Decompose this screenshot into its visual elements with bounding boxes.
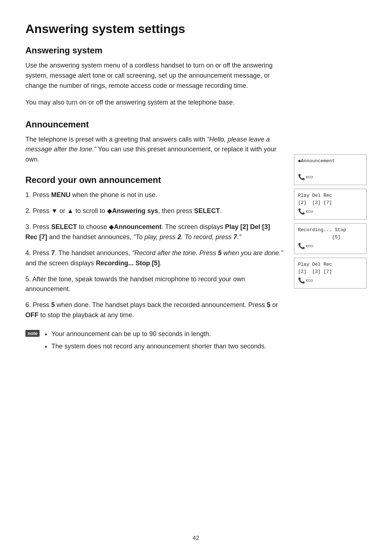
page-number: 42	[193, 535, 199, 541]
phone-icon-3: 📞	[298, 242, 305, 251]
step-4: 4. Press 7. The handset announces, "Reco…	[25, 248, 283, 269]
announcement-text: The telephone is preset with a greeting …	[25, 135, 283, 165]
record-announcement-section: Record your own announcement 1. Press ME…	[25, 175, 283, 354]
phone-screen-1: ◆Announcement 📞ECO	[294, 154, 367, 185]
note-item-2: The system does not record any announcem…	[51, 342, 266, 352]
right-column: ◆Announcement 📞ECO Play Del Rec [2] [3] …	[294, 154, 367, 354]
screen1-line1: ◆Announcement	[298, 158, 363, 165]
announcement-text-before: The telephone is preset with a greeting …	[25, 136, 207, 143]
announcement-heading: Announcement	[25, 119, 283, 130]
eco-label-2: ECO	[306, 209, 313, 214]
screen4-icon-row: 📞ECO	[298, 277, 363, 285]
eco-label-1: ECO	[306, 175, 313, 180]
page-title: Answering system settings	[25, 22, 367, 36]
left-column: Answering system Use the answering syste…	[25, 45, 283, 354]
answering-system-heading: Answering system	[25, 45, 283, 56]
note-content: Your announcement can be up to 90 second…	[45, 329, 266, 354]
phone-screen-3: Recording... Stop [5] 📞ECO	[294, 223, 367, 254]
step-1: 1. Press MENU when the phone is not in u…	[25, 190, 283, 200]
record-announcement-heading: Record your own announcement	[25, 175, 283, 185]
screen3-line2: [5]	[298, 234, 363, 241]
step-2: 2. Press ▼ or ▲ to scroll to ◆Answering …	[25, 206, 283, 216]
screen2-line1: Play Del Rec	[298, 192, 363, 199]
step-6: 6. Press 5 when done. The handset plays …	[25, 300, 283, 320]
answering-system-intro1: Use the answering system menu of a cordl…	[25, 61, 283, 91]
note-list: Your announcement can be up to 90 second…	[45, 329, 266, 352]
screen4-line2: [2] [3] [7]	[298, 268, 363, 275]
phone-screen-4: Play Del Rec [2] [3] [7] 📞ECO	[294, 258, 367, 289]
note-item-1: Your announcement can be up to 90 second…	[51, 329, 266, 339]
announcement-section: Announcement The telephone is preset wit…	[25, 119, 283, 165]
phone-icon-2: 📞	[298, 208, 305, 216]
steps-list: 1. Press MENU when the phone is not in u…	[25, 190, 283, 320]
step-5: 5. After the tone, speak towards the han…	[25, 274, 283, 295]
eco-label-3: ECO	[306, 244, 313, 249]
note-label: note	[25, 330, 40, 337]
step-3: 3. Press SELECT to choose ◆Announcement.…	[25, 222, 283, 242]
phone-icon-4: 📞	[298, 277, 305, 285]
screen1-icon-row: 📞ECO	[298, 173, 363, 182]
screen3-line1: Recording... Stop	[298, 226, 363, 234]
answering-system-section: Answering system Use the answering syste…	[25, 45, 283, 108]
note-box: note Your announcement can be up to 90 s…	[25, 329, 283, 354]
screen2-icon-row: 📞ECO	[298, 208, 363, 216]
screen3-icon-row: 📞ECO	[298, 242, 363, 251]
screen4-line1: Play Del Rec	[298, 261, 363, 268]
answering-system-intro2: You may also turn on or off the answerin…	[25, 98, 283, 108]
screen2-line2: [2] [3] [7]	[298, 199, 363, 207]
eco-label-4: ECO	[306, 278, 313, 283]
phone-icon-1: 📞	[298, 173, 305, 182]
phone-screen-2: Play Del Rec [2] [3] [7] 📞ECO	[294, 189, 367, 220]
screen1-line2	[298, 165, 363, 172]
